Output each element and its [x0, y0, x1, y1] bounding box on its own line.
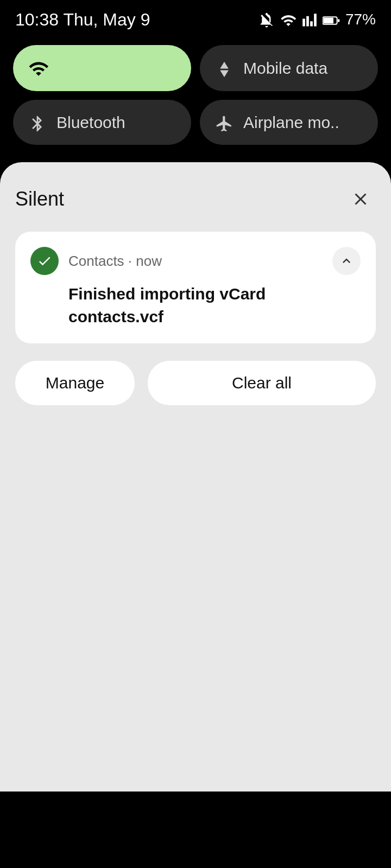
expand-notification-button[interactable] [332, 247, 361, 275]
notif-title: Finished importing vCard contacts.vcf [68, 285, 266, 326]
mobile-data-tile[interactable]: Mobile data [200, 45, 378, 91]
contacts-app-icon [30, 247, 59, 275]
wifi-tile[interactable] [13, 45, 191, 91]
mobile-data-icon [215, 58, 234, 79]
quick-tiles: Mobile data Bluetooth Airplane mo.. [0, 36, 391, 162]
manage-button[interactable]: Manage [15, 361, 135, 405]
wifi-status-icon [280, 11, 297, 29]
action-buttons: Manage Clear all [15, 361, 376, 405]
notification-card: Contacts · now Finished importing vCard … [15, 232, 376, 343]
svg-rect-2 [338, 19, 339, 22]
notification-panel: Silent Contacts · now [0, 162, 391, 792]
close-panel-button[interactable] [345, 184, 376, 214]
mobile-data-label: Mobile data [243, 59, 327, 78]
panel-header: Silent [15, 184, 376, 214]
clear-all-button[interactable]: Clear all [148, 361, 376, 405]
wifi-tile-icon [28, 57, 49, 79]
bluetooth-label: Bluetooth [56, 113, 125, 132]
bluetooth-tile[interactable]: Bluetooth [13, 100, 191, 145]
status-time: 10:38 Thu, May 9 [15, 10, 150, 30]
mute-icon [258, 11, 275, 29]
airplane-mode-label: Airplane mo.. [243, 113, 339, 132]
airplane-icon [215, 112, 234, 133]
bluetooth-icon [28, 112, 47, 133]
battery-percentage: 77% [345, 11, 376, 28]
status-bar: 10:38 Thu, May 9 77% [0, 0, 391, 36]
airplane-mode-tile[interactable]: Airplane mo.. [200, 100, 378, 145]
status-icons: 77% [258, 11, 376, 29]
battery-icon [323, 11, 340, 28]
svg-rect-1 [323, 18, 333, 24]
notif-left: Contacts · now [30, 247, 162, 275]
notif-meta: Contacts · now [68, 253, 162, 270]
panel-title: Silent [15, 188, 64, 210]
notif-body: Finished importing vCard contacts.vcf [30, 283, 361, 328]
signal-icon [302, 11, 317, 28]
notif-header: Contacts · now [30, 247, 361, 275]
